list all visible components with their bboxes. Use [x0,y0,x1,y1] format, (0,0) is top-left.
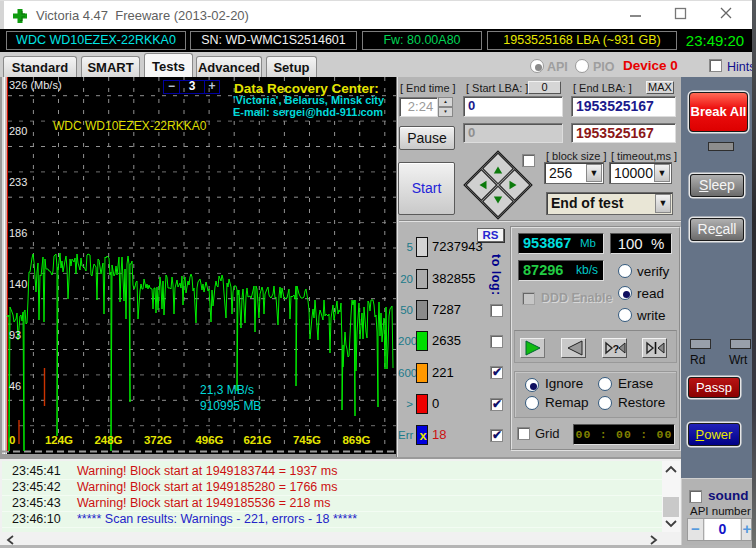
svg-text:?: ? [613,343,620,355]
